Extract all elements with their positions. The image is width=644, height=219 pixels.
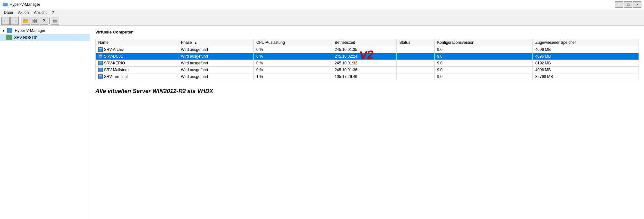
vm-name-label: SRV-Archiv	[104, 47, 124, 52]
vm-name-label: SRV-DC01	[104, 54, 123, 59]
grid-button[interactable]	[31, 17, 39, 25]
toolbar: ← → ?	[0, 16, 644, 26]
window-controls: – □ ×	[615, 1, 641, 8]
help-toolbar-button[interactable]: ?	[40, 17, 48, 25]
sidebar-label-hyper-v-manager: Hyper-V-Manager	[15, 28, 45, 33]
grid2-button[interactable]	[51, 17, 59, 25]
vm-phase-cell: Wird ausgeführt	[178, 67, 253, 73]
vm-name-cell: SRV-KERIO	[96, 60, 178, 67]
vm-name-container: SRV-Terminal	[98, 74, 175, 79]
col-header-phase[interactable]: Phase ▲	[178, 39, 253, 46]
vm-icon	[98, 54, 103, 59]
folder-button[interactable]	[22, 17, 30, 25]
col-header-konfigversion[interactable]: Konfigurationsversion	[434, 39, 533, 46]
toolbar-separator-1	[20, 18, 20, 24]
expand-icon: ▼	[2, 29, 5, 33]
toolbar-separator-2	[49, 18, 50, 24]
menu-help[interactable]: ?	[49, 10, 57, 15]
table-row[interactable]: SRV-MailstoreWird ausgeführt0 %245.10:01…	[96, 67, 639, 73]
app-icon	[3, 2, 8, 7]
table-row[interactable]: SRV-ArchivWird ausgeführt0 %245.10:01:35…	[96, 46, 639, 53]
table-row[interactable]: SRV-TerminalWird ausgeführt1 %105.17:26:…	[96, 73, 639, 80]
table-row[interactable]: SRV-KERIOWird ausgeführt0 %245.10:01:329…	[96, 60, 639, 67]
table-header: Name Phase ▲ CPU-Auslastung Betriebszeit	[96, 39, 639, 46]
menu-datei[interactable]: Datei	[1, 10, 15, 15]
vm-status-cell	[396, 60, 434, 67]
svg-rect-5	[35, 19, 37, 21]
vm-konfigversion-cell: 9.0	[434, 67, 533, 73]
svg-rect-8	[53, 19, 57, 21]
main-layout: ▼ Hyper-V-Manager SRV-HOST01 Virtuelle C…	[0, 26, 644, 219]
vm-konfigversion-cell: 9.0	[434, 53, 533, 60]
sidebar: ▼ Hyper-V-Manager SRV-HOST01	[0, 26, 90, 219]
close-button[interactable]: ×	[633, 1, 641, 8]
vm-name-label: SRV-KERIO	[104, 61, 125, 65]
vm-cpu-cell: 0 %	[253, 53, 332, 60]
vm-cpu-cell: 1 %	[253, 73, 332, 80]
col-header-betriebszeit[interactable]: Betriebszeit	[332, 39, 397, 46]
vm-status-cell	[396, 46, 434, 53]
vm-name-label: SRV-Terminal	[104, 74, 128, 79]
vm-cpu-cell: 0 %	[253, 60, 332, 67]
col-header-cpu[interactable]: CPU-Auslastung	[253, 39, 332, 46]
menu-bar: Datei Aktion Ansicht ?	[0, 9, 644, 16]
minimize-button[interactable]: –	[615, 1, 623, 8]
vm-name-label: SRV-Mailstore	[104, 68, 128, 72]
annotation-text: Alle vituellen Server WIN2012-R2 als VHD…	[95, 88, 639, 95]
col-header-status[interactable]: Status	[396, 39, 434, 46]
vm-phase-cell: Wird ausgeführt	[178, 73, 253, 80]
vm-speicher-cell: 4096 MB	[533, 53, 639, 60]
maximize-button[interactable]: □	[624, 1, 632, 8]
sidebar-label-srv-host01: SRV-HOST01	[14, 35, 38, 40]
title-bar: Hyper-V-Manager – □ ×	[0, 0, 644, 9]
vm-speicher-cell: 8192 MB	[533, 60, 639, 67]
vm-konfigversion-cell: 9.0	[434, 60, 533, 67]
vm-status-cell	[396, 73, 434, 80]
vm-speicher-cell: 4096 MB	[533, 67, 639, 73]
vm-cpu-cell: 0 %	[253, 46, 332, 53]
sort-arrow-phase: ▲	[194, 41, 197, 44]
vm-icon	[98, 47, 103, 52]
vm-icon	[98, 61, 103, 65]
forward-button[interactable]: →	[10, 17, 19, 25]
menu-ansicht[interactable]: Ansicht	[31, 10, 49, 15]
vm-betriebszeit-cell: 245.10:02:24	[332, 53, 397, 60]
sidebar-item-srv-host01[interactable]: SRV-HOST01	[0, 34, 90, 41]
vm-table: Name Phase ▲ CPU-Auslastung Betriebszeit	[95, 39, 639, 80]
vm-betriebszeit-cell: 245.10:01:32	[332, 60, 397, 67]
col-header-speicher[interactable]: Zugewiesener Speicher	[533, 39, 639, 46]
svg-rect-2	[4, 5, 5, 5]
vm-betriebszeit-cell: 245.10:01:36	[332, 67, 397, 73]
hyper-v-icon	[7, 28, 12, 33]
vm-betriebszeit-cell: 105.17:26:46	[332, 73, 397, 80]
vm-phase-cell: Wird ausgeführt	[178, 60, 253, 67]
vm-name-container: SRV-Archiv	[98, 47, 175, 52]
svg-rect-4	[33, 19, 34, 21]
vm-status-cell	[396, 67, 434, 73]
vm-name-container: SRV-KERIO	[98, 61, 175, 65]
vm-speicher-cell: 32768 MB	[533, 73, 639, 80]
vm-name-cell: SRV-DC01	[96, 53, 178, 60]
vm-name-cell: SRV-Terminal	[96, 73, 178, 80]
vm-name-cell: SRV-Archiv	[96, 46, 178, 53]
section-title: Virtuelle Computer	[95, 30, 639, 36]
vm-name-container: SRV-DC01	[98, 54, 175, 59]
back-button[interactable]: ←	[1, 17, 10, 25]
vm-betriebszeit-cell: 245.10:01:35	[332, 46, 397, 53]
vm-phase-cell: Wird ausgeführt	[178, 46, 253, 53]
vm-cpu-cell: 0 %	[253, 67, 332, 73]
vm-table-container: Name Phase ▲ CPU-Auslastung Betriebszeit	[95, 39, 639, 80]
vm-table-body: SRV-ArchivWird ausgeführt0 %245.10:01:35…	[96, 46, 639, 80]
menu-aktion[interactable]: Aktion	[15, 10, 31, 15]
content-area: Virtuelle Computer Name Phase ▲ CPU-Ausl…	[90, 26, 644, 219]
vm-konfigversion-cell: 9.0	[434, 73, 533, 80]
vm-icon	[98, 68, 103, 72]
svg-rect-1	[4, 4, 7, 4]
sidebar-item-hyper-v-manager[interactable]: ▼ Hyper-V-Manager	[0, 27, 90, 34]
svg-rect-6	[33, 21, 34, 23]
table-row[interactable]: SRV-DC01Wird ausgeführt0 %245.10:02:249.…	[96, 53, 639, 60]
host-icon	[6, 35, 12, 40]
svg-rect-7	[35, 21, 37, 23]
col-header-name[interactable]: Name	[96, 39, 178, 46]
vm-speicher-cell: 4096 MB	[533, 46, 639, 53]
